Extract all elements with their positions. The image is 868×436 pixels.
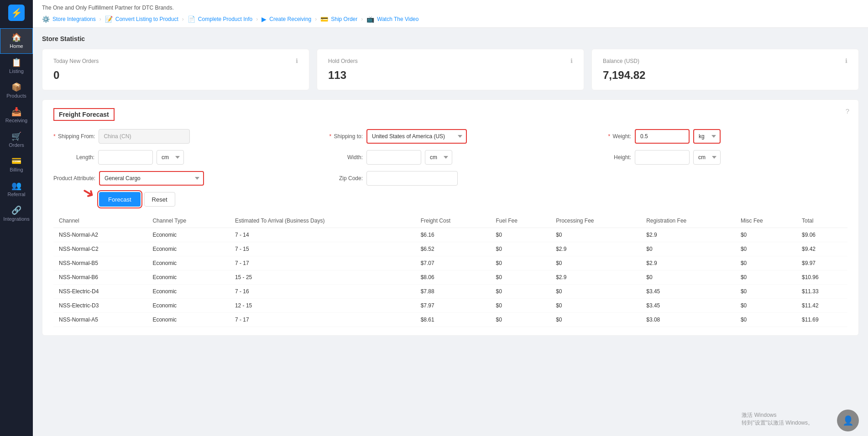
attr-select[interactable]: General Cargo Electric Liquid bbox=[99, 171, 204, 186]
form-row-2: Length: cm Width: cm Height: bbox=[53, 150, 847, 165]
form-row-3: Product Attribute: General Cargo Electri… bbox=[53, 171, 847, 186]
height-label: Height: bbox=[590, 154, 631, 161]
today-orders-value: 0 bbox=[53, 69, 298, 82]
step-convert-icon: 📝 bbox=[105, 16, 113, 23]
col-registration: Registration Fee bbox=[641, 214, 735, 228]
shipping-to-select[interactable]: United States of America (US) bbox=[366, 129, 467, 144]
user-avatar[interactable]: 👤 bbox=[837, 410, 859, 431]
col-eta: Estimated To Arrival (Business Days) bbox=[230, 214, 415, 228]
length-unit-select[interactable]: cm bbox=[157, 150, 184, 165]
balance-label: Balance (USD) ℹ bbox=[603, 57, 847, 64]
form-row-1: * Shipping From: China (CN) * Shipping t… bbox=[53, 129, 847, 144]
step-integrations-label: Store Integrations bbox=[52, 16, 96, 22]
steps-bar: ⚙️ Store Integrations › 📝 Convert Listin… bbox=[42, 16, 859, 23]
sidebar-item-referral[interactable]: 👥 Referral bbox=[0, 177, 33, 202]
sidebar-item-orders[interactable]: 🛒 Orders bbox=[0, 128, 33, 152]
balance-info-icon[interactable]: ℹ bbox=[845, 57, 847, 64]
shipping-from-label: * Shipping From: bbox=[53, 133, 95, 140]
sidebar-item-listing[interactable]: 📋 Listing bbox=[0, 54, 33, 78]
shipping-to-label: * Shipping to: bbox=[322, 133, 363, 140]
zip-label: Zip Code: bbox=[322, 175, 363, 182]
integrations-icon: 🔗 bbox=[11, 206, 21, 214]
step-arrow-5: › bbox=[361, 16, 363, 22]
sidebar-item-billing[interactable]: 💳 Billing bbox=[0, 152, 33, 177]
width-input[interactable] bbox=[366, 150, 421, 165]
width-group: Width: cm bbox=[322, 150, 579, 165]
col-fuel: Fuel Fee bbox=[491, 214, 551, 228]
sidebar-item-receiving-label: Receiving bbox=[5, 118, 27, 123]
sidebar-item-integrations[interactable]: 🔗 Integrations bbox=[0, 202, 33, 226]
height-unit-select[interactable]: cm bbox=[693, 150, 721, 165]
sidebar-item-integrations-label: Integrations bbox=[3, 216, 29, 222]
step-arrow-3: › bbox=[256, 16, 258, 22]
weight-group: * Weight: kg lb bbox=[590, 129, 847, 144]
step-ship-icon: 💳 bbox=[320, 16, 328, 23]
products-icon: 📦 bbox=[11, 83, 21, 91]
tagline: The One and Only Fulfillment Partner for… bbox=[42, 5, 859, 11]
width-unit-select[interactable]: cm bbox=[425, 150, 452, 165]
step-complete-label: Complete Product Info bbox=[198, 16, 252, 22]
step-integrations-icon: ⚙️ bbox=[42, 16, 50, 23]
col-processing: Processing Fee bbox=[550, 214, 641, 228]
step-receiving-label: Create Receiving bbox=[269, 16, 311, 22]
attr-group: Product Attribute: General Cargo Electri… bbox=[53, 171, 311, 186]
forecast-button[interactable]: Forecast bbox=[99, 192, 141, 207]
step-receiving-icon: ▶ bbox=[261, 16, 267, 23]
step-create-receiving[interactable]: ▶ Create Receiving bbox=[261, 16, 311, 23]
today-orders-info-icon[interactable]: ℹ bbox=[296, 57, 298, 64]
stat-card-balance: Balance (USD) ℹ 7,194.82 bbox=[591, 49, 859, 90]
sidebar-item-receiving[interactable]: 📥 Receiving bbox=[0, 103, 33, 128]
today-orders-label: Today New Orders ℹ bbox=[53, 57, 298, 64]
step-video-icon: 📺 bbox=[366, 16, 374, 23]
balance-value: 7,194.82 bbox=[603, 69, 847, 82]
hold-orders-info-icon[interactable]: ℹ bbox=[570, 57, 573, 64]
orders-icon: 🛒 bbox=[11, 132, 21, 140]
table-body: NSS-Normal-A2 Economic 7 - 14 $6.16 $0 $… bbox=[53, 228, 847, 327]
sidebar-item-products[interactable]: 📦 Products bbox=[0, 78, 33, 103]
col-channel-type: Channel Type bbox=[147, 214, 229, 228]
freight-forecast-card: Freight Forecast ? * Shipping From: Chin… bbox=[42, 99, 859, 336]
forecast-table: Channel Channel Type Estimated To Arriva… bbox=[53, 214, 847, 327]
stat-card-today-orders: Today New Orders ℹ 0 bbox=[42, 49, 309, 90]
home-icon: 🏠 bbox=[11, 33, 21, 42]
reset-button[interactable]: Reset bbox=[144, 192, 175, 207]
weight-unit-select[interactable]: kg lb bbox=[693, 129, 721, 144]
table-row: NSS-Normal-C2 Economic 7 - 15 $6.52 $0 $… bbox=[53, 242, 847, 256]
weight-input[interactable] bbox=[635, 129, 690, 144]
col-total: Total bbox=[796, 214, 847, 228]
attr-label: Product Attribute: bbox=[53, 175, 95, 182]
listing-icon: 📋 bbox=[11, 58, 21, 67]
billing-icon: 💳 bbox=[11, 157, 21, 165]
main-content: The One and Only Fulfillment Partner for… bbox=[33, 0, 868, 436]
height-group: Height: cm bbox=[590, 150, 847, 165]
zip-input[interactable] bbox=[366, 171, 458, 186]
step-ship-label: Ship Order bbox=[331, 16, 357, 22]
step-convert-listing[interactable]: 📝 Convert Listing to Product bbox=[105, 16, 178, 23]
step-ship-order[interactable]: 💳 Ship Order bbox=[320, 16, 357, 23]
freight-help-icon[interactable]: ? bbox=[846, 107, 849, 115]
receiving-icon: 📥 bbox=[11, 108, 21, 116]
step-convert-label: Convert Listing to Product bbox=[115, 16, 178, 22]
step-complete-product[interactable]: 📄 Complete Product Info bbox=[188, 16, 252, 23]
sidebar-item-referral-label: Referral bbox=[7, 192, 25, 197]
sidebar-item-billing-label: Billing bbox=[10, 167, 23, 172]
top-bar: The One and Only Fulfillment Partner for… bbox=[33, 0, 868, 28]
step-store-integrations[interactable]: ⚙️ Store Integrations bbox=[42, 16, 96, 23]
table-row: NSS-Normal-B5 Economic 7 - 17 $7.07 $0 $… bbox=[53, 256, 847, 270]
stats-row: Today New Orders ℹ 0 Hold Orders ℹ 113 B… bbox=[42, 49, 859, 90]
length-input[interactable] bbox=[98, 150, 153, 165]
length-group: Length: cm bbox=[53, 150, 311, 165]
height-input[interactable] bbox=[635, 150, 690, 165]
col-channel: Channel bbox=[53, 214, 147, 228]
sidebar: ⚡ 🏠 Home 📋 Listing 📦 Products 📥 Receivin… bbox=[0, 0, 33, 436]
shipping-from-group: * Shipping From: China (CN) bbox=[53, 129, 311, 144]
step-arrow-4: › bbox=[315, 16, 317, 22]
page-content: Store Statistic Today New Orders ℹ 0 Hol… bbox=[33, 28, 868, 436]
step-watch-video[interactable]: 📺 Watch The Video bbox=[366, 16, 418, 23]
col-freight: Freight Cost bbox=[415, 214, 491, 228]
sidebar-item-home[interactable]: 🏠 Home bbox=[0, 28, 33, 54]
sidebar-item-listing-label: Listing bbox=[9, 68, 24, 74]
table-row: NSS-Normal-A5 Economic 7 - 17 $8.61 $0 $… bbox=[53, 313, 847, 327]
shipping-from-select[interactable]: China (CN) bbox=[99, 129, 190, 144]
sidebar-item-products-label: Products bbox=[6, 93, 26, 99]
